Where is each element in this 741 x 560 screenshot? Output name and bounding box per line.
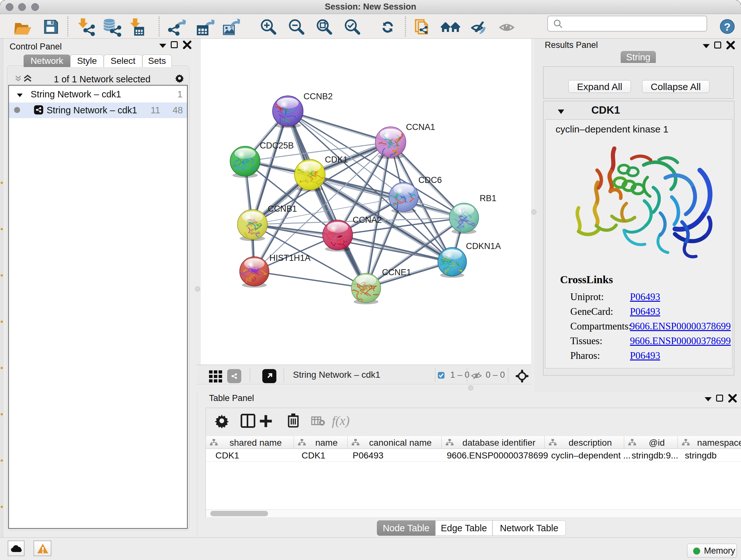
svg-text:CDC25B: CDC25B: [260, 141, 294, 150]
svg-text:CCNB1: CCNB1: [268, 204, 297, 213]
svg-text:HIST1H1A: HIST1H1A: [269, 253, 311, 263]
svg-text:CCNB2: CCNB2: [304, 91, 333, 101]
svg-text:CDKN1A: CDKN1A: [466, 241, 501, 251]
svg-text:CCNE1: CCNE1: [382, 267, 411, 277]
svg-text:CCNA1: CCNA1: [406, 122, 435, 132]
svg-text:CCNA2: CCNA2: [353, 215, 382, 225]
svg-text:CDC6: CDC6: [418, 175, 442, 185]
svg-text:RB1: RB1: [480, 193, 496, 203]
svg-text:CDK1: CDK1: [325, 155, 348, 165]
